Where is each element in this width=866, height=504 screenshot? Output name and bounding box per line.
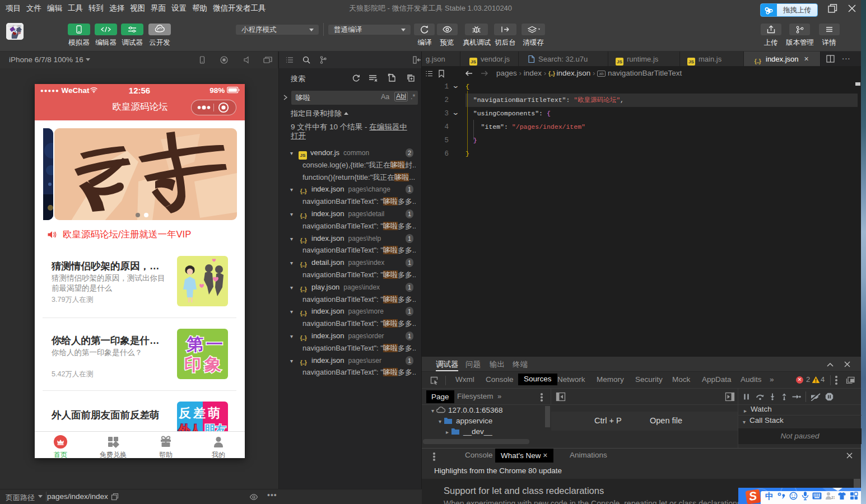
svg-text:第: 第 [187, 335, 203, 353]
svg-text:萌: 萌 [207, 406, 220, 420]
svg-text:朋友: 朋友 [203, 423, 226, 431]
svg-text:21: 21 [831, 496, 835, 500]
svg-text:差: 差 [193, 406, 206, 420]
svg-text:印: 印 [184, 355, 201, 374]
svg-text:象: 象 [204, 355, 221, 374]
svg-text:外人: 外人 [178, 423, 202, 431]
svg-text:一: 一 [206, 335, 223, 353]
svg-text:反: 反 [178, 406, 191, 420]
